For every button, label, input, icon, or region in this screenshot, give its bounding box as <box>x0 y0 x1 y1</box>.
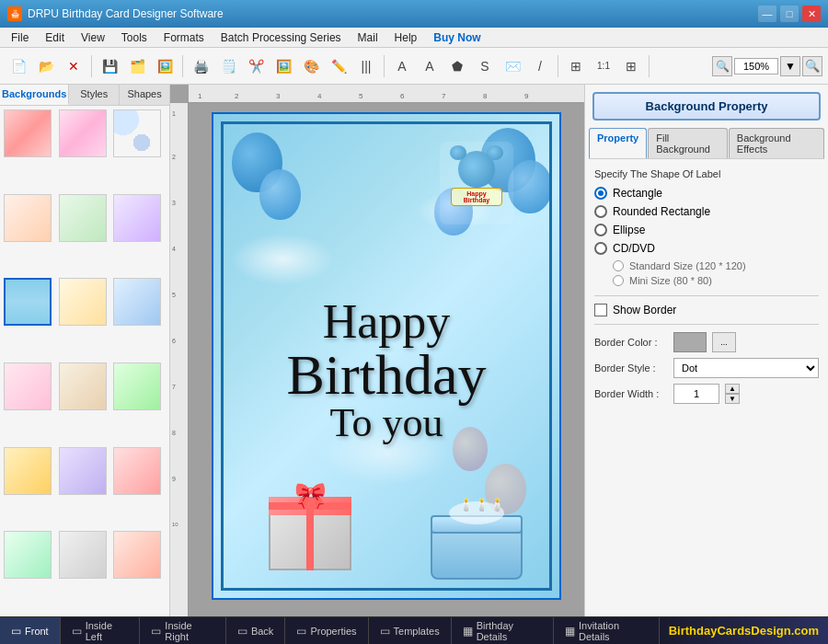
thumb-5[interactable] <box>59 194 107 242</box>
zoom-out-button[interactable]: 🔍 <box>802 56 822 76</box>
radio-circle-ellipse[interactable] <box>594 224 607 236</box>
tab-backgrounds[interactable]: Backgrounds <box>0 85 69 105</box>
ruler-h-mark: 1 <box>198 92 201 100</box>
menu-batch[interactable]: Batch Processing Series <box>213 29 349 46</box>
thumb-13[interactable] <box>4 447 52 495</box>
status-tab-inside-right[interactable]: ▭ Inside Right <box>140 617 226 644</box>
front-icon: ▭ <box>11 625 21 638</box>
thumb-12[interactable] <box>113 362 161 410</box>
cd-label-mini: Mini Size (80 * 80) <box>629 275 712 286</box>
status-tab-properties[interactable]: ▭ Properties <box>285 617 368 644</box>
wordart-button[interactable]: A <box>417 53 443 79</box>
status-tab-templates[interactable]: ▭ Templates <box>369 617 452 644</box>
paint-button[interactable]: 🎨 <box>298 53 324 79</box>
show-border-checkbox[interactable] <box>594 304 607 316</box>
crop-button[interactable]: ✂️ <box>243 53 269 79</box>
thumb-17[interactable] <box>59 531 107 579</box>
close-button[interactable]: ✕ <box>802 6 821 22</box>
status-bar: ▭ Front ▭ Inside Left ▭ Inside Right ▭ B… <box>0 616 828 644</box>
radio-circle-rectangle[interactable] <box>594 187 607 200</box>
border-width-input[interactable] <box>673 384 719 404</box>
ruler-btn[interactable]: 1:1 <box>591 53 616 79</box>
text-button[interactable]: A <box>389 53 415 79</box>
table-btn[interactable]: ⊞ <box>563 53 589 79</box>
email-btn[interactable]: ✉️ <box>500 53 525 79</box>
menu-buy-now[interactable]: Buy Now <box>426 29 488 46</box>
thumb-4[interactable] <box>4 194 52 242</box>
shapes-btn[interactable]: ⬟ <box>444 53 470 79</box>
birthday-details-icon: ▦ <box>463 625 473 638</box>
thumb-1[interactable] <box>4 109 52 157</box>
cd-radio-mini[interactable] <box>613 275 624 286</box>
spinner-up-button[interactable]: ▲ <box>725 384 740 394</box>
cd-radio-standard[interactable] <box>613 260 624 271</box>
zoom-in-button[interactable]: 🔍 <box>712 56 732 76</box>
spinner-down-button[interactable]: ▼ <box>725 394 740 404</box>
status-tab-invitation-details[interactable]: ▦ Invitation Details <box>554 617 660 644</box>
title-controls[interactable]: — □ ✕ <box>758 6 821 22</box>
new-button[interactable]: 📄 <box>6 53 31 79</box>
status-tab-inside-left[interactable]: ▭ Inside Left <box>61 617 141 644</box>
cd-option-standard[interactable]: Standard Size (120 * 120) <box>613 260 819 271</box>
barcode-button[interactable]: ||| <box>353 53 379 79</box>
border-width-row: Border Width : ▲ ▼ <box>594 384 819 404</box>
menu-tools[interactable]: Tools <box>114 29 155 46</box>
ruler-v-mark: 8 <box>172 430 176 436</box>
print-button[interactable]: 🖨️ <box>188 53 213 79</box>
thumb-9[interactable] <box>113 278 161 326</box>
line-btn[interactable]: / <box>527 53 553 79</box>
radio-circle-rounded[interactable] <box>594 205 607 218</box>
pencil-button[interactable]: ✏️ <box>326 53 351 79</box>
radio-rectangle[interactable]: Rectangle <box>594 187 819 200</box>
thumb-11[interactable] <box>59 362 107 410</box>
open-button[interactable]: 📂 <box>33 53 59 79</box>
thumb-14[interactable] <box>59 447 107 495</box>
thumb-6[interactable] <box>113 194 161 242</box>
title-bar-left: 🎂 DRPU Birthday Card Designer Software <box>7 6 224 21</box>
status-tab-back[interactable]: ▭ Back <box>226 617 285 644</box>
menu-help[interactable]: Help <box>387 29 425 46</box>
grid-btn[interactable]: ⊞ <box>618 53 644 79</box>
thumb-7[interactable] <box>4 278 52 326</box>
menu-formats[interactable]: Formats <box>156 29 212 46</box>
radio-cddvd[interactable]: CD/DVD <box>594 242 819 255</box>
print-prev-button[interactable]: 🗒️ <box>215 53 241 79</box>
border-style-select[interactable]: Dot Solid Dash DashDot DashDotDot <box>673 358 819 378</box>
menu-view[interactable]: View <box>74 29 112 46</box>
maximize-button[interactable]: □ <box>780 6 799 22</box>
canvas-area: 1 2 3 4 5 6 7 8 9 1 2 3 4 5 6 7 8 9 <box>170 85 584 616</box>
status-tab-front[interactable]: ▭ Front <box>0 617 61 644</box>
radio-rounded[interactable]: Rounded Rectangle <box>594 205 819 218</box>
menu-file[interactable]: File <box>4 29 36 46</box>
thumb-15[interactable] <box>113 447 161 495</box>
tab-styles[interactable]: Styles <box>69 85 120 105</box>
thumb-3[interactable] <box>113 109 161 157</box>
menu-mail[interactable]: Mail <box>351 29 385 46</box>
cd-option-mini[interactable]: Mini Size (80 * 80) <box>613 275 819 286</box>
thumb-2[interactable] <box>59 109 107 157</box>
border-color-picker-button[interactable]: ... <box>712 332 736 352</box>
close-file-button[interactable]: ✕ <box>61 53 86 79</box>
save-button[interactable]: 💾 <box>97 53 122 79</box>
menu-edit[interactable]: Edit <box>38 29 72 46</box>
ruler-h-mark: 4 <box>317 92 321 100</box>
browse-button[interactable]: 🖼️ <box>152 53 178 79</box>
signature-btn[interactable]: S <box>472 53 498 79</box>
thumb-18[interactable] <box>113 531 161 579</box>
save-as-button[interactable]: 🗂️ <box>124 53 150 79</box>
radio-circle-cddvd[interactable] <box>594 242 607 255</box>
border-color-swatch[interactable] <box>673 332 707 352</box>
thumb-8[interactable] <box>59 278 107 326</box>
status-tab-birthday-details[interactable]: ▦ Birthday Details <box>452 617 554 644</box>
tab-property[interactable]: Property <box>589 128 647 158</box>
thumb-16[interactable] <box>4 531 52 579</box>
zoom-dropdown[interactable]: ▼ <box>780 56 800 76</box>
tab-shapes[interactable]: Shapes <box>120 85 169 105</box>
tab-fill-background[interactable]: Fill Background <box>648 128 728 158</box>
thumb-10[interactable] <box>4 362 52 410</box>
radio-ellipse[interactable]: Ellipse <box>594 224 819 236</box>
card-canvas[interactable]: HappyBirthday Happy Birthday To you 🎀 <box>212 112 561 600</box>
tab-background-effects[interactable]: Background Effects <box>729 128 824 158</box>
minimize-button[interactable]: — <box>758 6 776 22</box>
img-button[interactable]: 🖼️ <box>270 53 296 79</box>
